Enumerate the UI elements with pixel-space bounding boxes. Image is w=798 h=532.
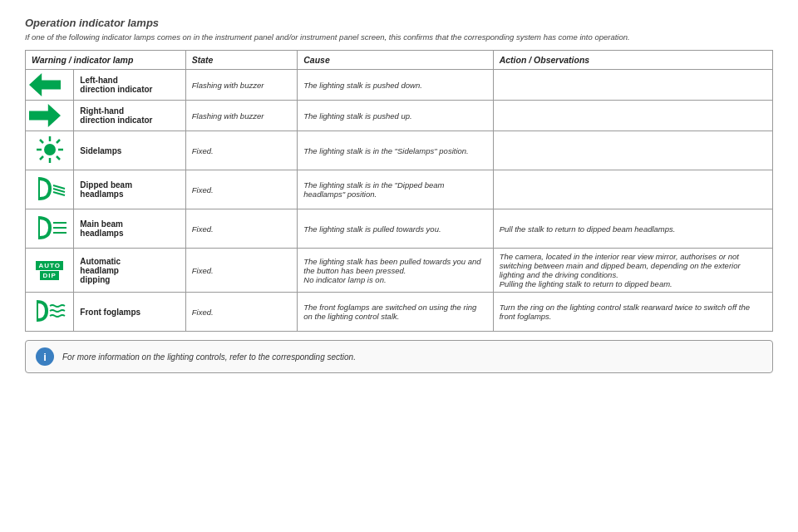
svg-line-10: [53, 189, 65, 192]
state-foglamps: Fixed.: [185, 293, 298, 332]
state-auto-dip: Fixed.: [185, 249, 298, 293]
icon-cell-sun: [26, 131, 74, 170]
action-sidelamps: [493, 131, 772, 170]
icon-cell-foglamp: [26, 293, 74, 332]
info-text: For more information on the lighting con…: [62, 352, 356, 362]
table-row: AUTO DIP Automaticheadlampdipping Fixed.…: [26, 249, 773, 293]
icon-cell-main: [26, 209, 74, 249]
action-main-beam: Pull the stalk to return to dipped beam …: [493, 209, 772, 249]
state-dipped-beam: Fixed.: [185, 170, 298, 209]
svg-line-5: [40, 140, 43, 143]
info-icon: i: [36, 347, 54, 366]
action-foglamps: Turn the ring on the lighting control st…: [493, 293, 772, 332]
label-main-beam: Main beamheadlamps: [74, 209, 186, 249]
svg-line-11: [53, 192, 65, 195]
table-row: Front foglamps Fixed. The front foglamps…: [26, 293, 773, 332]
header-warning: Warning / indicator lamp: [26, 51, 186, 70]
indicator-lamps-table: Warning / indicator lamp State Cause Act…: [25, 50, 773, 332]
header-action: Action / Observations: [493, 51, 772, 70]
icon-cell-left-arrow: [26, 70, 74, 101]
state-main-beam: Fixed.: [185, 209, 298, 249]
svg-line-9: [53, 185, 65, 189]
action-auto-dip: The camera, located in the interior rear…: [493, 249, 772, 293]
icon-cell-auto-dip: AUTO DIP: [26, 249, 74, 293]
table-row: Sidelamps Fixed. The lighting stalk is i…: [26, 131, 773, 170]
cause-right-direction: The lighting stalk is pushed up.: [298, 101, 493, 131]
page-title: Operation indicator lamps: [25, 17, 773, 29]
cause-foglamps: The front foglamps are switched on using…: [298, 293, 493, 332]
page-subtitle: If one of the following indicator lamps …: [25, 32, 773, 42]
label-auto-dip: Automaticheadlampdipping: [74, 249, 186, 293]
state-left-direction: Flashing with buzzer: [185, 70, 298, 101]
label-foglamps: Front foglamps: [74, 293, 186, 332]
header-cause: Cause: [298, 51, 493, 70]
action-left-direction: [493, 70, 772, 101]
dipped-beam-icon: [33, 174, 66, 204]
state-sidelamps: Fixed.: [185, 131, 298, 170]
cause-sidelamps: The lighting stalk is in the "Sidelamps"…: [298, 131, 493, 170]
cause-auto-dip: The lighting stalk has been pulled towar…: [298, 249, 493, 293]
cause-left-direction: The lighting stalk is pushed down.: [298, 70, 493, 101]
sun-icon: [35, 135, 65, 165]
svg-point-0: [44, 144, 56, 155]
auto-dip-icon: AUTO DIP: [29, 261, 70, 280]
left-arrow-icon: [29, 73, 61, 96]
cause-main-beam: The lighting stalk is pulled towards you…: [298, 209, 493, 249]
right-arrow-icon: [29, 104, 61, 127]
label-right-direction: Right-handdirection indicator: [74, 101, 186, 131]
label-dipped-beam: Dipped beamheadlamps: [74, 170, 186, 209]
table-row: Main beamheadlamps Fixed. The lighting s…: [26, 209, 773, 249]
svg-line-6: [57, 156, 60, 160]
action-right-direction: [493, 101, 772, 131]
foglight-icon: [33, 296, 66, 326]
table-row: Dipped beamheadlamps Fixed. The lighting…: [26, 170, 773, 209]
action-dipped-beam: [493, 170, 772, 209]
svg-line-7: [57, 140, 60, 143]
label-left-direction: Left-handdirection indicator: [74, 70, 186, 101]
info-box: i For more information on the lighting c…: [25, 340, 773, 373]
table-row: Left-handdirection indicator Flashing wi…: [26, 70, 773, 101]
main-beam-icon: [33, 213, 66, 243]
table-row: Right-handdirection indicator Flashing w…: [26, 101, 773, 131]
state-right-direction: Flashing with buzzer: [185, 101, 298, 131]
label-sidelamps: Sidelamps: [74, 131, 186, 170]
cause-dipped-beam: The lighting stalk is in the "Dipped bea…: [298, 170, 493, 209]
svg-line-8: [40, 156, 43, 160]
icon-cell-dipped: [26, 170, 74, 209]
header-state: State: [185, 51, 298, 70]
icon-cell-right-arrow: [26, 101, 74, 131]
